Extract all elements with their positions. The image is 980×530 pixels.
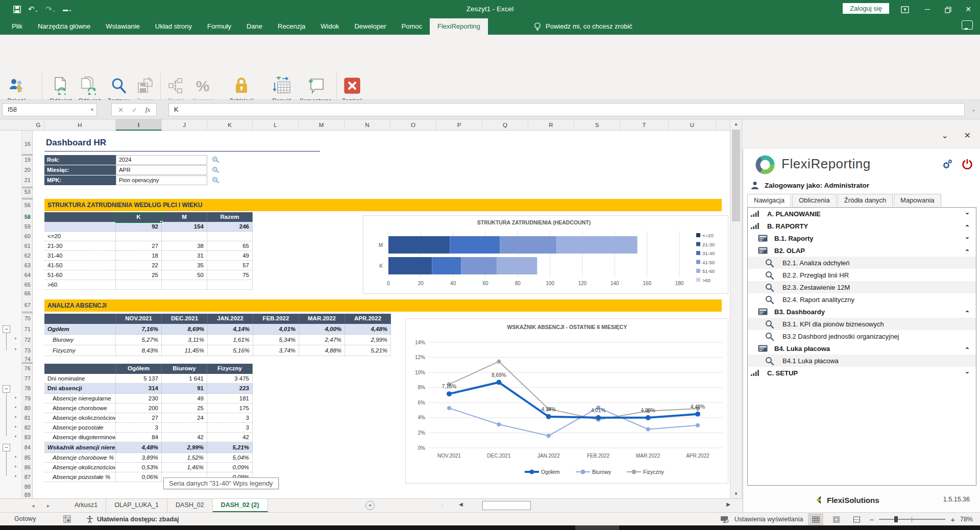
- value-cell[interactable]: 31: [162, 251, 207, 261]
- value-cell[interactable]: 2,99%: [162, 442, 207, 453]
- formula-input[interactable]: K: [168, 103, 965, 116]
- filter-lookup-icon[interactable]: [211, 166, 219, 174]
- tree-item-b2-4-raport-analityczny[interactable]: B2.4. Raport analityczny: [748, 293, 976, 306]
- value-cell[interactable]: 27: [116, 413, 162, 423]
- scroll-up-icon[interactable]: ▲: [730, 119, 742, 129]
- chevron-up-icon[interactable]: ⌃: [965, 346, 970, 354]
- filter-value-rok[interactable]: 2024: [116, 155, 207, 165]
- row-label-cell[interactable]: 41-50: [44, 261, 116, 270]
- value-cell[interactable]: 0,09%: [207, 463, 253, 472]
- chevron-up-icon[interactable]: ⌃: [965, 248, 970, 256]
- value-cell[interactable]: 4,48%: [345, 324, 391, 335]
- sheet-tab-dash-02-2-[interactable]: DASH_02 (2): [213, 499, 268, 512]
- insert-function-icon[interactable]: fx: [145, 106, 150, 114]
- value-cell[interactable]: [116, 280, 162, 290]
- horizontal-scrollbar[interactable]: ◀ ▶: [457, 500, 732, 511]
- value-cell[interactable]: 38: [162, 241, 207, 251]
- row-label-cell[interactable]: Absencje okolicznościow: [44, 413, 116, 423]
- ribbon-tab-recenzja[interactable]: Recenzja: [270, 18, 313, 35]
- zoom-slider-thumb[interactable]: [894, 516, 898, 522]
- value-cell[interactable]: 22: [116, 261, 162, 270]
- value-cell[interactable]: 200: [116, 403, 162, 413]
- value-cell[interactable]: 181: [207, 394, 253, 403]
- tree-item-b4-1-luka-płacowa[interactable]: B4.1 Luka płacowa: [748, 355, 976, 367]
- value-cell[interactable]: 246: [207, 222, 253, 232]
- value-cell[interactable]: FEB.2022: [253, 314, 299, 324]
- value-cell[interactable]: 42: [162, 433, 207, 442]
- value-cell[interactable]: 92: [116, 222, 162, 232]
- value-cell[interactable]: Fizyczny: [207, 364, 253, 374]
- value-cell[interactable]: [116, 232, 162, 241]
- value-cell[interactable]: Ogółem: [116, 364, 162, 374]
- value-cell[interactable]: 4,01%: [253, 324, 299, 335]
- pane-close-icon[interactable]: ✕: [964, 131, 971, 140]
- sign-in-button[interactable]: Zaloguj się: [843, 3, 889, 14]
- value-cell[interactable]: 57: [207, 261, 253, 270]
- row-label-cell[interactable]: Absencje chorobowe: [44, 403, 116, 413]
- new-sheet-button[interactable]: +: [365, 501, 375, 510]
- view-page-break-button[interactable]: [849, 513, 864, 525]
- value-cell[interactable]: 4,00%: [299, 324, 345, 335]
- vertical-scrollbar[interactable]: ▲ ▼: [730, 119, 741, 498]
- value-cell[interactable]: 5,04%: [207, 453, 253, 463]
- row-label-cell[interactable]: [44, 314, 116, 324]
- sheet-nav-left-icon[interactable]: ◂: [32, 499, 35, 512]
- value-cell[interactable]: 3: [116, 423, 162, 433]
- value-cell[interactable]: 5,21%: [345, 345, 391, 356]
- vertical-scroll-thumb[interactable]: [732, 130, 740, 221]
- row-label-cell[interactable]: <=20: [44, 232, 116, 241]
- pane-collapse-icon[interactable]: ⌄: [942, 131, 948, 140]
- tree-item-b2-olap[interactable]: B2. OLAP⌃: [748, 244, 976, 257]
- display-settings-icon[interactable]: [720, 516, 729, 523]
- filter-value-miesiąc[interactable]: APR: [116, 165, 207, 175]
- ribbon-tab-deweloper[interactable]: Deweloper: [347, 18, 394, 35]
- value-cell[interactable]: 84: [116, 433, 162, 442]
- value-cell[interactable]: 5 137: [116, 374, 162, 384]
- selected-cell[interactable]: [115, 212, 162, 223]
- value-cell[interactable]: 49: [207, 251, 253, 261]
- row-label-cell[interactable]: >60: [44, 280, 116, 290]
- value-cell[interactable]: 3,89%: [116, 453, 162, 463]
- tree-item-b2-2-przegląd-linii-hr[interactable]: B2.2. Przegląd linii HR: [748, 269, 976, 281]
- value-cell[interactable]: 5,27%: [116, 335, 162, 345]
- value-cell[interactable]: 50: [162, 270, 207, 280]
- view-normal-button[interactable]: [808, 513, 823, 525]
- value-cell[interactable]: [207, 232, 253, 241]
- tell-me-box[interactable]: Powiedz mi, co chcesz zrobić: [534, 18, 632, 35]
- ribbon-tab-plik[interactable]: Plik: [4, 18, 30, 35]
- row-label-cell[interactable]: Absencje chorobowe %: [44, 453, 116, 463]
- value-cell[interactable]: 314: [116, 384, 162, 394]
- value-cell[interactable]: JAN.2022: [208, 314, 253, 324]
- tree-item-b3-1-kpi-dla-pionów-biznesowych[interactable]: B3.1. KPI dla pionów biznesowych: [748, 318, 976, 330]
- value-cell[interactable]: 91: [162, 384, 207, 394]
- value-cell[interactable]: 3,11%: [162, 335, 208, 345]
- value-cell[interactable]: 3,74%: [253, 345, 299, 356]
- row-label-cell[interactable]: Absencje nieregularne: [44, 394, 116, 403]
- ribbon-display-options-icon[interactable]: [896, 0, 914, 18]
- row-label-cell[interactable]: Dni nominalne: [44, 374, 116, 384]
- row-label-cell[interactable]: 51-60: [44, 270, 116, 280]
- zoom-slider[interactable]: [879, 519, 945, 520]
- namebox-dropdown-icon[interactable]: ▾: [91, 104, 93, 116]
- display-settings-label[interactable]: Ustawienia wyświetlania: [734, 516, 803, 523]
- row-label-cell[interactable]: Absencje pozostałe: [44, 423, 116, 433]
- chevron-up-icon[interactable]: ⌃: [965, 310, 970, 317]
- pane-tab-mapowania[interactable]: Mapowania: [894, 194, 941, 207]
- sheet-tab-arkusz1[interactable]: Arkusz1: [66, 499, 106, 512]
- value-cell[interactable]: 5,34%: [253, 335, 299, 345]
- value-cell[interactable]: 49: [162, 394, 207, 403]
- hscroll-right-icon[interactable]: ▶: [726, 501, 730, 507]
- value-cell[interactable]: DEC.2021: [162, 314, 208, 324]
- row-label-cell[interactable]: Absencje okolicznościowe %: [44, 463, 116, 472]
- minimize-button[interactable]: ─: [919, 0, 936, 18]
- value-cell[interactable]: 42: [207, 433, 253, 442]
- value-cell[interactable]: Razem: [207, 212, 253, 222]
- ribbon-tab-uk-ad-strony[interactable]: Układ strony: [148, 18, 200, 35]
- value-cell[interactable]: 4,88%: [299, 345, 345, 356]
- feedback-icon[interactable]: [962, 20, 973, 30]
- row-label-cell[interactable]: Biurowy: [44, 335, 116, 345]
- absence-line-chart[interactable]: WSKAŹNIK ABSENCJI - OSTATNIE 6 MIESIĘCY1…: [405, 318, 728, 484]
- value-cell[interactable]: 3: [207, 413, 253, 423]
- value-cell[interactable]: [162, 280, 207, 290]
- formulabar-expand-icon[interactable]: ⌄: [971, 106, 976, 113]
